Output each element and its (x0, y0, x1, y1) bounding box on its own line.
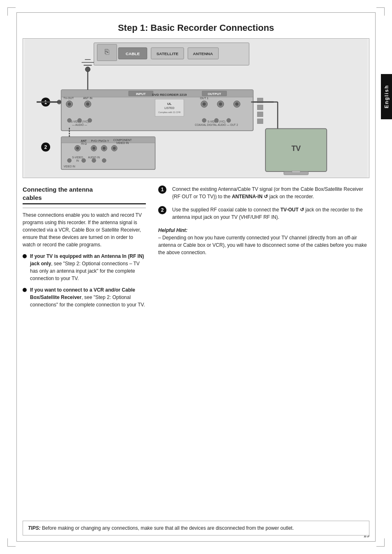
page-border-top (16, 12, 376, 13)
svg-point-37 (235, 102, 238, 106)
svg-text:ANT IN: ANT IN (83, 97, 92, 100)
svg-text:CABLE: CABLE (126, 51, 140, 56)
svg-text:COAXIAL DIGITAL AUDIO — OUT 2: COAXIAL DIGITAL AUDIO — OUT 2 (195, 123, 238, 126)
antenna-in-label: ANTENNA-IN ↺ (232, 194, 268, 199)
svg-text:DVD RECORDER 2219: DVD RECORDER 2219 (152, 93, 187, 97)
step-text-2: Use the supplied RF coaxial cable to con… (172, 206, 369, 221)
bullet-text-1: If your TV is equipped with an Antenna I… (30, 253, 146, 282)
right-column: 1 Connect the existing Antenna/Cable TV … (158, 185, 369, 313)
svg-point-22 (68, 102, 71, 106)
svg-point-69 (113, 147, 116, 150)
corner-mark-tr (376, 7, 385, 16)
step-item-1: 1 Connect the existing Antenna/Cable TV … (158, 185, 369, 200)
svg-text:— AUDIO —: — AUDIO — (72, 123, 87, 126)
english-tab: English (381, 74, 392, 119)
section-heading: Connecting the antenna cables (23, 185, 146, 204)
tips-text: Before making or changing any connection… (42, 525, 294, 531)
tips-box: TIPS: Before making or changing any conn… (23, 521, 369, 535)
diagram-svg: CABLE SATELLITE ANTENNA ⎘ 1 INPUT (23, 39, 369, 178)
svg-text:2: 2 (44, 144, 47, 150)
section-body: These connections enable you to watch an… (23, 211, 146, 248)
svg-rect-82 (292, 171, 300, 173)
svg-point-65 (92, 147, 95, 150)
svg-rect-51 (257, 112, 263, 117)
svg-text:ANTENNA: ANTENNA (193, 51, 213, 56)
english-tab-label: English (384, 85, 390, 108)
svg-text:Complies with 21 CFR: Complies with 21 CFR (158, 111, 180, 114)
diagram-box: CABLE SATELLITE ANTENNA ⎘ 1 INPUT (23, 38, 369, 178)
svg-point-41 (78, 118, 82, 123)
section-divider (23, 208, 146, 208)
corner-mark-bl (7, 538, 16, 547)
svg-text:VIDEO IN: VIDEO IN (116, 141, 129, 144)
svg-rect-52 (257, 119, 263, 124)
helpful-hint-title: Helpful Hint: (158, 227, 369, 234)
svg-point-35 (219, 102, 222, 106)
svg-text:UL: UL (167, 102, 172, 106)
svg-text:⎘: ⎘ (105, 48, 109, 56)
svg-point-76 (92, 158, 96, 162)
svg-point-45 (202, 118, 206, 123)
svg-text:COMPONENT: COMPONENT (113, 139, 132, 141)
svg-point-67 (103, 147, 106, 150)
page-title: Step 1: Basic Recorder Connections (23, 23, 369, 33)
bullet-dot-1 (23, 254, 27, 258)
tips-label: TIPS: (28, 525, 41, 531)
bullet-text-2: If you want to connect to a VCR and/or C… (30, 286, 146, 308)
svg-text:OUTPUT: OUTPUT (208, 92, 221, 96)
bottom-content: Connecting the antenna cables These conn… (23, 185, 369, 313)
helpful-hint: Helpful Hint: – Depending on how you hav… (158, 227, 369, 256)
step-number-2: 2 (158, 206, 166, 214)
page-border-right (375, 12, 376, 542)
bullet-item-1: If your TV is equipped with an Antenna I… (23, 253, 146, 282)
svg-text:Pr/Cr  Pb/Cb  Y: Pr/Cr Pb/Cb Y (91, 139, 109, 142)
svg-point-42 (88, 118, 92, 123)
svg-text:TV-OUT: TV-OUT (63, 97, 74, 100)
step-text-1: Connect the existing Antenna/Cable TV si… (172, 185, 369, 200)
tv-out-label: TV-OUT ↺ (280, 207, 304, 213)
bullet-dot-2 (23, 288, 27, 292)
corner-mark-tl (7, 7, 16, 16)
svg-point-47 (227, 118, 231, 123)
svg-text:OUT 1: OUT 1 (200, 97, 208, 100)
svg-point-32 (203, 102, 206, 106)
svg-point-88 (85, 67, 90, 72)
svg-point-77 (102, 158, 106, 162)
left-column: Connecting the antenna cables These conn… (23, 185, 146, 313)
svg-point-75 (82, 158, 86, 162)
svg-text:TV: TV (291, 144, 301, 153)
corner-mark-br (376, 538, 385, 547)
svg-rect-50 (257, 105, 263, 110)
svg-text:75 Ω: 75 Ω (81, 142, 87, 145)
svg-text:LISTED: LISTED (164, 107, 174, 109)
svg-text:IN: IN (76, 159, 79, 162)
bullet-item-2: If you want to connect to a VCR and/or C… (23, 286, 146, 308)
svg-point-24 (86, 102, 90, 106)
svg-point-40 (67, 118, 71, 123)
svg-text:S-VIDEO: S-VIDEO (72, 156, 83, 159)
helpful-hint-body: – Depending on how you have currently co… (158, 234, 369, 256)
step-number-1: 1 (158, 185, 166, 194)
svg-point-46 (214, 118, 219, 123)
svg-point-63 (76, 147, 79, 150)
step-item-2: 2 Use the supplied RF coaxial cable to c… (158, 206, 369, 221)
svg-text:VIDEO IN: VIDEO IN (64, 165, 76, 168)
svg-point-74 (67, 158, 71, 162)
svg-text:ANT: ANT (81, 139, 87, 142)
page-border-left (16, 12, 17, 542)
page-border-bottom (16, 541, 376, 542)
page-content: Step 1: Basic Recorder Connections CABLE… (23, 19, 369, 535)
svg-text:SATELLITE: SATELLITE (157, 51, 179, 56)
svg-text:INPUT: INPUT (136, 92, 146, 96)
